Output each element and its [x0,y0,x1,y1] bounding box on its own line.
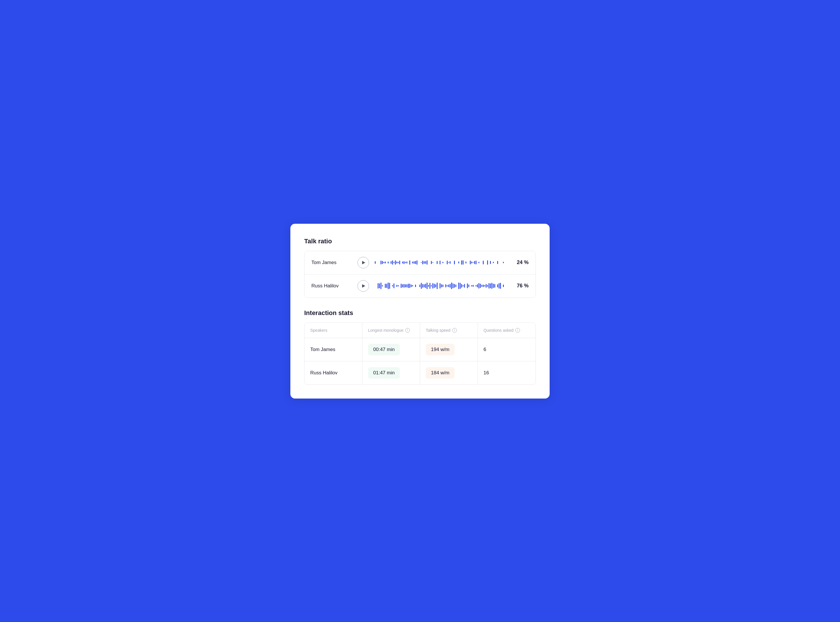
waveform-bar [401,284,402,288]
talk-ratio-title: Talk ratio [304,238,536,245]
waveform-bar [405,284,406,287]
waveform-bar [503,262,504,264]
waveform-bar [440,283,440,288]
waveform-bar [415,285,416,287]
waveform-bar [399,261,400,265]
waveform-bar [403,261,405,264]
waveform-bar [396,285,397,287]
waveform-bar [487,260,488,265]
waveform-bar [443,285,443,287]
speaker-name-tom: Tom James [312,260,352,265]
waveform-bar [493,284,494,288]
waveform-bar [402,261,403,264]
waveform-bar [403,284,405,288]
header-speakers: Speakers [304,323,362,338]
waveform-bar [473,285,473,287]
waveform-bar [440,261,440,264]
waveform-bar [432,283,433,288]
talk-ratio-row-tom: Tom James 24 % [304,251,536,274]
waveform-bar [392,285,393,287]
waveform-bar [434,284,435,288]
speed-badge-russ: 184 w/m [426,367,455,379]
waveform-bar [460,283,461,289]
waveform-bar [422,284,423,288]
waveform-bar [489,283,489,288]
waveform-bar [484,285,485,287]
waveform-bar [447,285,447,286]
stats-speaker-russ: Russ Halilov [304,361,362,384]
waveform-bar [380,282,382,289]
waveform-bar [503,285,504,287]
stats-row-tom: Tom James 00:47 min 194 w/m 6 [304,338,536,361]
monologue-badge-tom: 00:47 min [368,344,400,355]
waveform-bar [405,262,406,264]
waveform-bar [437,261,438,264]
waveform-bar [448,262,449,263]
waveform-bar [497,284,498,287]
talk-ratio-container: Tom James 24 % Russ Halilov 76 % [304,251,536,298]
waveform-bar [380,261,382,265]
waveform-bar [452,284,454,288]
waveform-bar [441,284,442,288]
talk-ratio-section: Talk ratio Tom James 24 % Russ Halilov 7… [304,238,536,298]
waveform-russ [375,281,506,291]
waveform-bar [382,285,383,287]
waveform-bar [490,284,491,288]
waveform-bar [458,261,459,264]
interaction-stats-section: Interaction stats Speakers Longest monol… [304,309,536,385]
waveform-bar [443,262,443,263]
waveform-bar [386,284,387,288]
waveform-bar [429,283,431,289]
waveform-bar [415,261,416,264]
waveform-bar [464,284,465,288]
waveform-bar [378,283,379,288]
waveform-bar [454,261,455,264]
monologue-badge-russ: 01:47 min [368,367,400,379]
waveform-bar [427,282,428,289]
waveform-bar [481,285,482,287]
waveform-bar [427,260,428,265]
waveform-bar [499,283,499,288]
waveform-bar [461,284,462,288]
waveform-bar [483,261,484,264]
info-icon-monologue: i [405,328,410,332]
play-button-russ[interactable] [357,280,369,292]
waveform-bar [388,282,389,289]
waveform-bar [411,285,412,287]
waveform-bar [471,285,472,287]
waveform-bar [471,261,472,264]
waveform-bar [494,284,495,287]
waveform-bar [388,261,389,264]
waveform-bar [395,260,396,265]
stats-speaker-tom: Tom James [304,338,362,361]
waveform-bar [450,261,451,264]
waveform-bar [385,261,386,264]
interaction-stats-title: Interaction stats [304,309,536,317]
percent-tom: 24 % [511,259,528,265]
waveform-bar [432,262,433,263]
waveform-bar [394,284,394,288]
waveform-bar [486,284,487,288]
waveform-bar [382,261,383,264]
waveform-tom [375,258,506,267]
stats-monologue-russ: 01:47 min [362,361,420,384]
waveform-bar [391,261,391,264]
waveform-bar [458,282,459,289]
waveform-bar [490,261,491,264]
waveform-bar [478,262,480,264]
waveform-bar [414,261,414,264]
waveform-bar [409,284,410,288]
speaker-name-russ: Russ Halilov [312,283,352,289]
waveform-bar [466,261,466,264]
waveform-bar [435,284,436,287]
play-button-tom[interactable] [357,257,369,268]
waveform-bar [412,261,413,263]
waveform-bar [383,262,384,264]
waveform-bar [424,261,425,264]
waveform-bar [492,283,492,289]
waveform-bar [487,285,488,287]
waveform-bar [437,282,438,290]
waveform-bar [468,285,469,287]
waveform-bar [476,285,477,287]
waveform-bar [451,282,452,289]
